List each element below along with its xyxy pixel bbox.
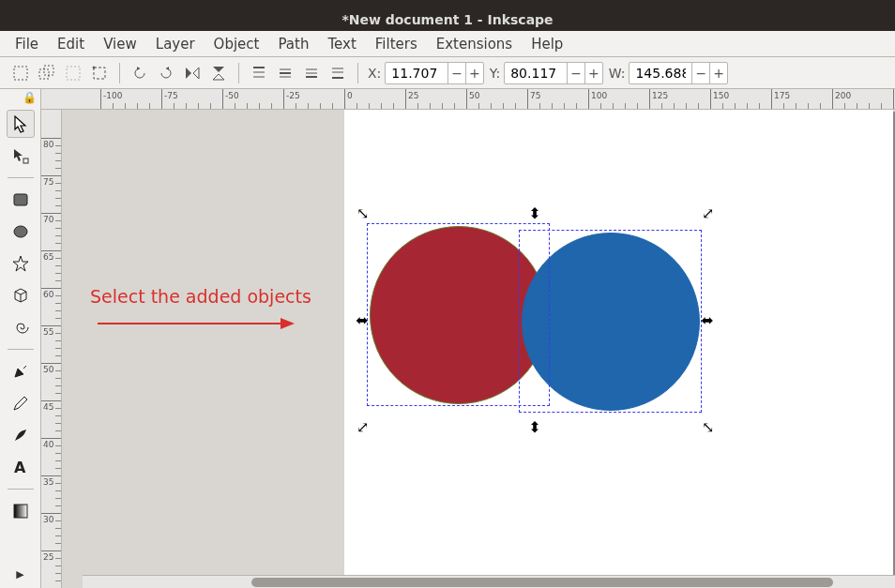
scrollbar-thumb[interactable] (251, 578, 833, 587)
w-label: W: (609, 66, 626, 81)
selector-tool[interactable] (7, 110, 35, 138)
svg-marker-29 (281, 318, 295, 329)
svg-marker-7 (193, 68, 199, 79)
plus-icon[interactable]: + (709, 63, 727, 83)
w-input[interactable]: −+ (629, 62, 727, 84)
svg-marker-9 (213, 74, 224, 80)
tool-controls-bar: X: −+ Y: −+ W: −+ (0, 57, 895, 89)
menu-view[interactable]: View (94, 33, 146, 55)
menu-file[interactable]: File (6, 33, 48, 55)
svg-rect-0 (14, 67, 27, 80)
rotate-cw-icon[interactable] (156, 63, 176, 83)
star-tool[interactable] (7, 249, 35, 278)
horizontal-scrollbar[interactable] (83, 575, 895, 588)
plus-icon[interactable]: + (465, 63, 483, 83)
y-value[interactable] (505, 66, 567, 81)
annotation-arrow-icon (98, 314, 295, 333)
lock-icon[interactable]: 🔒 (23, 91, 37, 104)
menu-path[interactable]: Path (268, 33, 318, 55)
y-input[interactable]: −+ (504, 62, 602, 84)
ruler-vertical: 80757065605550454035302520 (41, 110, 62, 588)
svg-rect-23 (14, 194, 27, 205)
raise-top-icon[interactable] (249, 63, 269, 83)
select-all-layers-icon[interactable] (37, 63, 57, 83)
svg-marker-8 (213, 67, 224, 72)
toolbox-separator (8, 177, 34, 178)
svg-point-5 (93, 67, 95, 68)
deselect-icon[interactable] (63, 63, 83, 83)
svg-marker-25 (13, 256, 28, 271)
scale-handle[interactable]: ⤢ (702, 204, 714, 222)
x-value[interactable] (386, 66, 448, 81)
menu-text[interactable]: Text (318, 33, 365, 55)
calligraphy-tool[interactable] (7, 421, 35, 449)
minus-icon[interactable]: − (691, 63, 709, 83)
window-titlebar: *New document 1 - Inkscape (0, 8, 895, 31)
y-label: Y: (490, 66, 500, 81)
lower-bottom-icon[interactable] (327, 63, 348, 83)
select-all-icon[interactable] (10, 63, 31, 83)
svg-point-24 (14, 226, 27, 237)
svg-rect-1 (39, 69, 49, 79)
menu-object[interactable]: Object (205, 33, 269, 55)
minus-icon[interactable]: − (448, 63, 465, 83)
toolbar-separator (357, 63, 358, 83)
w-value[interactable] (630, 66, 691, 81)
rotate-ccw-icon[interactable] (129, 63, 150, 83)
toolbar-separator (119, 63, 120, 83)
lower-icon[interactable] (301, 63, 322, 83)
canvas[interactable]: Select the added objects ⤡⬍⤢⬌⬌⤢⬍⤡ (62, 110, 895, 588)
svg-marker-6 (186, 68, 191, 79)
scale-handle[interactable]: ⬍ (528, 204, 540, 222)
scale-handle[interactable]: ⬌ (356, 311, 368, 329)
window-title: *New document 1 - Inkscape (341, 12, 553, 27)
scale-handle[interactable]: ⬌ (701, 311, 713, 329)
toolbox-expand-icon[interactable]: ▶ (7, 560, 35, 588)
svg-rect-22 (23, 158, 28, 163)
toolbox-separator (8, 349, 34, 350)
flip-v-icon[interactable] (208, 63, 229, 83)
rectangle-tool[interactable] (7, 186, 35, 214)
toolbox: 🔒 A ▶ (0, 89, 41, 588)
svg-rect-2 (44, 66, 53, 75)
menu-layer[interactable]: Layer (146, 33, 205, 55)
minus-icon[interactable]: − (567, 63, 584, 83)
node-tool[interactable] (7, 142, 35, 170)
menu-extensions[interactable]: Extensions (427, 33, 522, 55)
svg-rect-27 (14, 505, 27, 518)
x-label: X: (368, 66, 381, 81)
svg-text:A: A (14, 459, 26, 476)
scale-handle[interactable]: ⤡ (702, 418, 714, 436)
x-input[interactable]: −+ (385, 62, 483, 84)
scale-handle[interactable]: ⤡ (356, 204, 369, 222)
pen-tool[interactable] (7, 357, 35, 385)
rotate-toggle-icon[interactable] (89, 63, 110, 83)
menu-edit[interactable]: Edit (48, 33, 94, 55)
3dbox-tool[interactable] (7, 281, 35, 309)
text-tool[interactable]: A (7, 453, 35, 481)
ruler-horizontal: -100-75-50-250255075100125150175200225 (41, 89, 895, 110)
svg-rect-4 (94, 68, 105, 79)
menubar: File Edit View Layer Object Path Text Fi… (0, 31, 895, 57)
toolbar-separator (238, 63, 239, 83)
plus-icon[interactable]: + (584, 63, 602, 83)
flip-h-icon[interactable] (182, 63, 203, 83)
selection-box (519, 230, 702, 413)
annotation-text: Select the added objects (90, 286, 311, 307)
circle-tool[interactable] (7, 218, 35, 246)
svg-rect-3 (67, 67, 80, 80)
menu-filters[interactable]: Filters (366, 33, 427, 55)
spiral-tool[interactable] (7, 313, 35, 341)
toolbox-separator (8, 489, 34, 490)
raise-icon[interactable] (275, 63, 296, 83)
pencil-tool[interactable] (7, 389, 35, 417)
gradient-tool[interactable] (7, 497, 35, 525)
scale-handle[interactable]: ⤢ (356, 418, 369, 436)
scale-handle[interactable]: ⬍ (528, 418, 540, 436)
menu-help[interactable]: Help (522, 33, 572, 55)
